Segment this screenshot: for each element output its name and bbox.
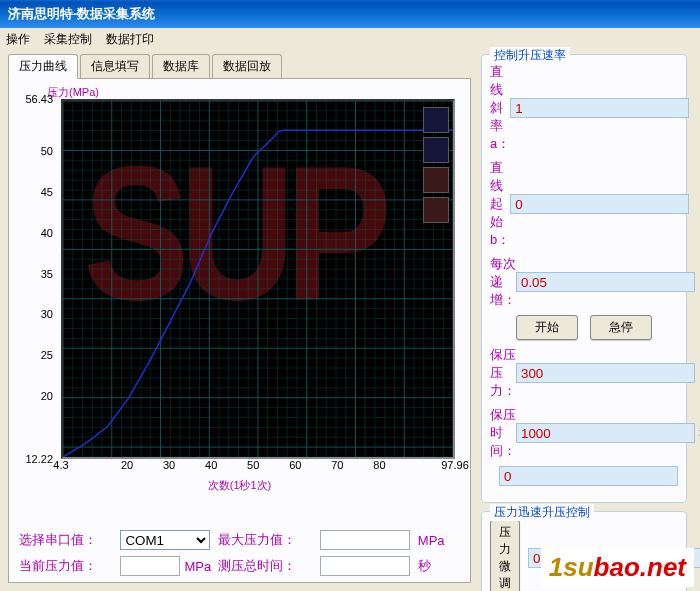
fine-tune-button[interactable]: 压力微调 (490, 520, 520, 591)
brand-watermark: 1subao.net (541, 548, 694, 587)
max-pressure-field[interactable] (320, 530, 410, 550)
total-time-unit: 秒 (418, 557, 460, 575)
max-pressure-unit: MPa (418, 533, 460, 548)
tab-bar: 压力曲线 信息填写 数据库 数据回放 (8, 54, 471, 79)
tab-curve[interactable]: 压力曲线 (8, 54, 78, 79)
tab-panel: 压力(MPa) 56.435045403530252012.22 SUP 4.3… (8, 78, 471, 583)
step-field[interactable] (516, 272, 695, 292)
hold-time-field[interactable] (516, 423, 695, 443)
total-time-field[interactable] (320, 556, 410, 576)
line-start-field[interactable] (510, 194, 689, 214)
total-time-label: 测压总时间： (218, 557, 311, 575)
window-title: 济南思明特-数据采集系统 (8, 5, 155, 23)
cur-pressure-label: 当前压力值： (19, 557, 112, 575)
tab-replay[interactable]: 数据回放 (212, 54, 282, 79)
rise-estop-button[interactable]: 急停 (590, 315, 652, 340)
tab-info[interactable]: 信息填写 (80, 54, 150, 79)
chart-plot-area: SUP (61, 99, 455, 459)
rise-start-button[interactable]: 开始 (516, 315, 578, 340)
group-rise-rate-title: 控制升压速率 (490, 47, 570, 64)
chart-y-ticks: 56.435045403530252012.22 (9, 99, 59, 459)
group-fast-rise-title: 压力迅速升压控制 (490, 504, 594, 521)
group-rise-rate: 控制升压速率 直线斜率a： 直线起始b： 每次递增： 开始 急停 保压压力：MP… (481, 54, 687, 503)
chart-container: 压力(MPa) 56.435045403530252012.22 SUP 4.3… (9, 79, 470, 499)
menu-print[interactable]: 数据打印 (106, 31, 154, 48)
menu-operate[interactable]: 操作 (6, 31, 30, 48)
bottom-form: 选择串口值： COM1 最大压力值： MPa 当前压力值： MPa 测压总时间：… (19, 530, 460, 576)
tool-cursor-icon[interactable] (423, 167, 449, 193)
tab-db[interactable]: 数据库 (152, 54, 210, 79)
port-select[interactable]: COM1 (120, 530, 210, 550)
tool-grid-icon[interactable] (423, 107, 449, 133)
slope-field[interactable] (510, 98, 689, 118)
menu-bar: 操作 采集控制 数据打印 (0, 28, 700, 50)
max-pressure-label: 最大压力值： (218, 531, 311, 549)
port-label: 选择串口值： (19, 531, 112, 549)
chart-y-unit: 压力(MPa) (47, 85, 99, 100)
chart-x-ticks: 4.32030405060708097.96 (61, 459, 455, 479)
hold-pressure-field[interactable] (516, 363, 695, 383)
tool-pan-icon[interactable] (423, 197, 449, 223)
extra-field[interactable] (499, 466, 678, 486)
window-titlebar: 济南思明特-数据采集系统 (0, 0, 700, 28)
chart-x-unit: 次数(1秒1次) (208, 478, 272, 493)
tool-zoom-icon[interactable] (423, 137, 449, 163)
menu-collect[interactable]: 采集控制 (44, 31, 92, 48)
cur-pressure-field[interactable] (120, 556, 180, 576)
